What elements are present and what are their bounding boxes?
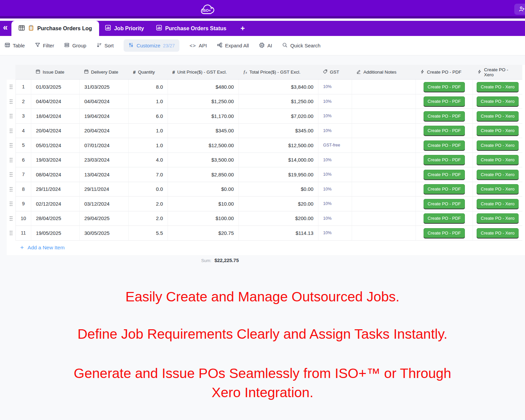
- create-po-pdf-button[interactable]: Create PO - PDF: [424, 96, 465, 106]
- create-po-pdf-button[interactable]: Create PO - PDF: [424, 228, 465, 238]
- cell-issue-date[interactable]: 05/01/2024: [31, 138, 80, 153]
- sort-button[interactable]: Sort: [96, 42, 114, 49]
- cell-additional-notes[interactable]: [352, 153, 416, 168]
- cell-quantity[interactable]: 0.0: [129, 182, 168, 197]
- cell-delivery-date[interactable]: 29/04/2025: [80, 211, 129, 226]
- row-drag-handle[interactable]: [7, 94, 15, 109]
- create-po-pdf-button[interactable]: Create PO - PDF: [424, 82, 465, 92]
- invite-button[interactable]: Inv: [514, 4, 525, 15]
- cell-unit-price[interactable]: $480.00: [168, 80, 239, 94]
- cell-additional-notes[interactable]: [352, 124, 416, 138]
- cell-delivery-date[interactable]: 07/01/2024: [80, 138, 129, 153]
- cell-delivery-date[interactable]: 13/04/2024: [80, 167, 129, 182]
- row-drag-handle[interactable]: [7, 124, 15, 138]
- row-drag-handle[interactable]: [7, 226, 15, 241]
- cell-issue-date[interactable]: 02/12/2024: [31, 197, 80, 211]
- row-number[interactable]: 9: [15, 197, 31, 211]
- create-po-xero-button[interactable]: Create PO - Xero: [477, 170, 518, 179]
- quick-search-button[interactable]: Quick Search: [282, 42, 320, 49]
- cell-gst[interactable]: 10%: [318, 109, 352, 124]
- cell-quantity[interactable]: 1.0: [129, 138, 168, 153]
- row-drag-handle[interactable]: [7, 182, 15, 197]
- tab-job-priority[interactable]: Job Priority: [99, 21, 150, 36]
- cell-delivery-date[interactable]: 04/04/2024: [80, 94, 129, 109]
- cell-total-price[interactable]: $7,020.00: [239, 109, 318, 124]
- cell-delivery-date[interactable]: 20/04/2024: [80, 124, 129, 138]
- create-po-xero-button[interactable]: Create PO - Xero: [477, 126, 518, 135]
- cell-unit-price[interactable]: $1,170.00: [168, 109, 239, 124]
- create-po-xero-button[interactable]: Create PO - Xero: [477, 96, 518, 106]
- row-number[interactable]: 3: [15, 109, 31, 124]
- create-po-xero-button[interactable]: Create PO - Xero: [477, 228, 518, 238]
- ai-button[interactable]: AI AI: [259, 42, 272, 49]
- cell-additional-notes[interactable]: [352, 226, 416, 241]
- cell-unit-price[interactable]: $0.00: [168, 182, 239, 197]
- create-po-pdf-button[interactable]: Create PO - PDF: [424, 199, 465, 209]
- cell-quantity[interactable]: 1.0: [129, 124, 168, 138]
- cell-gst[interactable]: 10%: [318, 167, 352, 182]
- header-total-price[interactable]: ƒx Total Price($) - GST Excl.: [239, 65, 318, 80]
- cell-gst[interactable]: 10%: [318, 211, 352, 226]
- add-tab-button[interactable]: +: [237, 21, 248, 36]
- create-po-xero-button[interactable]: Create PO - Xero: [477, 199, 518, 209]
- header-additional-notes[interactable]: Additional Notes: [352, 65, 416, 80]
- cell-gst[interactable]: GST-free: [318, 138, 352, 153]
- cell-unit-price[interactable]: $12,500.00: [168, 138, 239, 153]
- row-number[interactable]: 4: [15, 124, 31, 138]
- cell-quantity[interactable]: 2.0: [129, 211, 168, 226]
- row-number[interactable]: 11: [15, 226, 31, 241]
- create-po-xero-button[interactable]: Create PO - Xero: [477, 111, 518, 121]
- tab-purchase-orders-status[interactable]: Purchase Orders Status: [150, 21, 232, 36]
- cell-issue-date[interactable]: 01/03/2025: [31, 80, 80, 94]
- cell-total-price[interactable]: $114.13: [239, 226, 318, 241]
- cell-quantity[interactable]: 8.0: [129, 80, 168, 94]
- cell-issue-date[interactable]: 04/04/2024: [31, 94, 80, 109]
- cell-total-price[interactable]: $19,950.00: [239, 167, 318, 182]
- cell-delivery-date[interactable]: 30/05/2025: [80, 226, 129, 241]
- row-drag-handle[interactable]: [7, 197, 15, 211]
- header-gst[interactable]: GST: [318, 65, 352, 80]
- cell-gst[interactable]: 10%: [318, 197, 352, 211]
- cell-additional-notes[interactable]: [352, 182, 416, 197]
- cell-quantity[interactable]: 6.0: [129, 109, 168, 124]
- tab-purchase-orders-log[interactable]: Purchase Orders Log: [11, 21, 99, 36]
- cell-gst[interactable]: 10%: [318, 182, 352, 197]
- collapse-sidebar-button[interactable]: «: [3, 23, 8, 32]
- cell-quantity[interactable]: 7.0: [129, 167, 168, 182]
- row-drag-handle[interactable]: [7, 167, 15, 182]
- api-button[interactable]: <> API: [189, 43, 207, 48]
- cell-additional-notes[interactable]: [352, 94, 416, 109]
- create-po-pdf-button[interactable]: Create PO - PDF: [424, 213, 465, 223]
- cell-gst[interactable]: 10%: [318, 226, 352, 241]
- create-po-xero-button[interactable]: Create PO - Xero: [477, 140, 518, 150]
- cell-delivery-date[interactable]: 23/03/2024: [80, 153, 129, 168]
- expand-all-button[interactable]: Expand All: [217, 42, 249, 49]
- row-number[interactable]: 10: [15, 211, 31, 226]
- add-new-item-button[interactable]: + Add a New Item: [7, 241, 522, 255]
- row-number[interactable]: 7: [15, 167, 31, 182]
- cell-total-price[interactable]: $200.00: [239, 211, 318, 226]
- cell-additional-notes[interactable]: [352, 211, 416, 226]
- cell-quantity[interactable]: 5.5: [129, 226, 168, 241]
- filter-button[interactable]: Filter: [35, 42, 54, 49]
- row-drag-handle[interactable]: [7, 153, 15, 168]
- cell-unit-price[interactable]: $1,250.00: [168, 94, 239, 109]
- create-po-pdf-button[interactable]: Create PO - PDF: [424, 140, 465, 150]
- header-create-po-xero[interactable]: Create PO - Xero: [473, 65, 522, 80]
- cell-additional-notes[interactable]: [352, 138, 416, 153]
- cell-additional-notes[interactable]: [352, 167, 416, 182]
- cell-additional-notes[interactable]: [352, 109, 416, 124]
- cell-quantity[interactable]: 1.0: [129, 94, 168, 109]
- row-number[interactable]: 5: [15, 138, 31, 153]
- cell-issue-date[interactable]: 29/11/2024: [31, 182, 80, 197]
- cell-total-price[interactable]: $0.00: [239, 182, 318, 197]
- row-drag-handle[interactable]: [7, 211, 15, 226]
- create-po-pdf-button[interactable]: Create PO - PDF: [424, 170, 465, 179]
- cell-delivery-date[interactable]: 31/03/2025: [80, 80, 129, 94]
- cell-unit-price[interactable]: $2,850.00: [168, 167, 239, 182]
- table-view-button[interactable]: Table: [5, 42, 25, 49]
- header-unit-price[interactable]: # Unit Price($) - GST Excl.: [168, 65, 239, 80]
- cell-issue-date[interactable]: 08/04/2024: [31, 167, 80, 182]
- create-po-xero-button[interactable]: Create PO - Xero: [477, 82, 518, 92]
- row-number[interactable]: 8: [15, 182, 31, 197]
